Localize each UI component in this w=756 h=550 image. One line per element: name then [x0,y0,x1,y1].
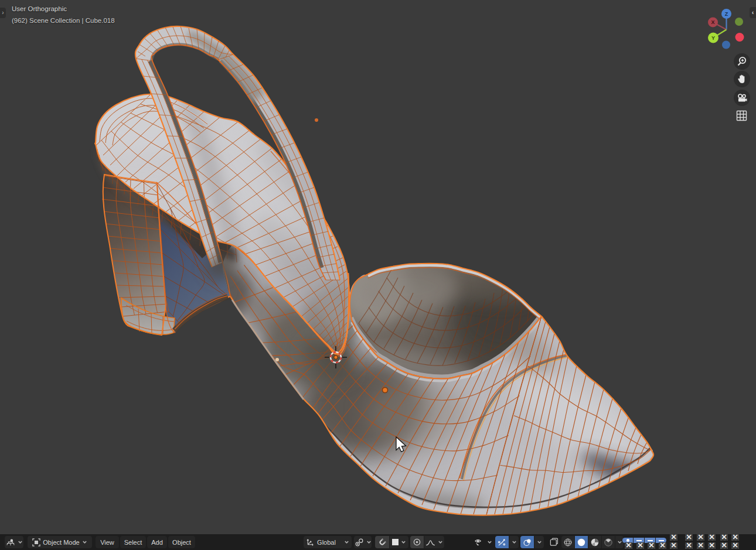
svg-text:Y: Y [711,35,715,41]
svg-text:Z: Z [725,11,728,17]
svg-text:X: X [711,19,714,25]
